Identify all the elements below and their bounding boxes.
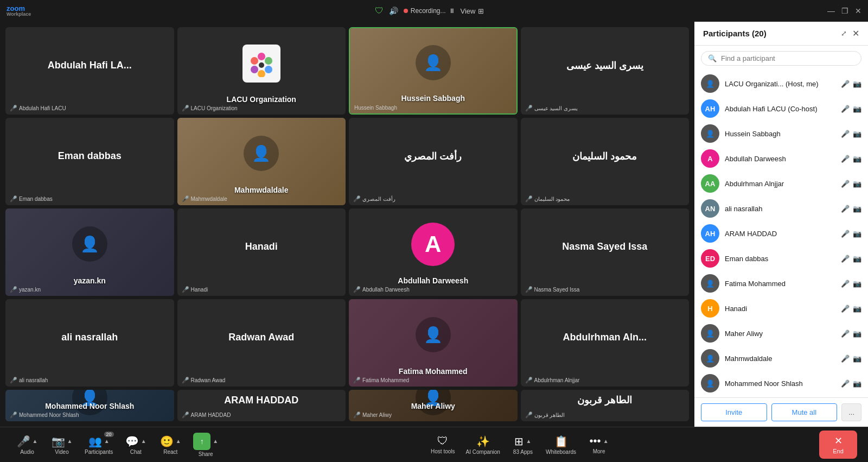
video-tile-t10[interactable]: Hanadi🎤Hanadi: [177, 208, 346, 296]
video-chevron[interactable]: ▲: [67, 438, 73, 444]
video-tile-t16[interactable]: Abdulrhman Aln...🎤Abdulrhman Alnjjar: [521, 299, 690, 387]
react-button[interactable]: 🙂 ▲ React: [154, 433, 187, 457]
participant-item[interactable]: EDEman dabbas🎤📷: [694, 246, 868, 271]
chat-chevron[interactable]: ▲: [141, 438, 146, 444]
participants-button[interactable]: 👥 20 ▲ Participants: [80, 433, 117, 457]
tile-username-t13: 🎤ali nasrallah: [10, 377, 48, 384]
participant-item[interactable]: AAbdullah Darweesh🎤📷: [694, 146, 868, 171]
video-tile-t17[interactable]: 👤Mohammed Noor Shlash🎤Mohammed Noor Shla…: [5, 390, 174, 421]
participant-item[interactable]: 👤LACU Organizati... (Host, me)🎤📷: [694, 71, 868, 96]
view-button[interactable]: View ⊞: [461, 7, 484, 15]
participant-item[interactable]: AAAbdulrhman Alnjjar🎤📷: [694, 171, 868, 196]
tile-name-t2: LACU Organization: [227, 95, 296, 104]
participant-avatar: AN: [701, 199, 719, 218]
apps-button[interactable]: ⊞ ▲ 83 Apps: [507, 433, 539, 457]
more-icon-wrap: ••• ▲: [590, 435, 609, 447]
react-chevron[interactable]: ▲: [176, 438, 181, 444]
participant-avatar: 👤: [701, 374, 719, 393]
participant-name: ali nasrallah: [725, 205, 835, 213]
invite-button[interactable]: Invite: [701, 403, 767, 421]
video-tile-t11[interactable]: AAbdullah Darweesh🎤Abdullah Darweesh: [349, 208, 518, 296]
video-tile-t18[interactable]: ARAM HADDAD🎤ARAM HADDAD: [177, 390, 346, 421]
participant-name: ARAM HADDAD: [725, 230, 835, 238]
apps-label: 83 Apps: [513, 449, 533, 455]
titlebar: zoom Workplace 🛡 🔊 Recording... ⏸ View ⊞…: [0, 0, 868, 22]
audio-icon-wrap: 🎤 ▲: [17, 435, 38, 448]
video-tile-t6[interactable]: 👤Mahmwdaldale🎤Mahmwdaldale: [177, 118, 346, 205]
video-tile-t12[interactable]: Nasma Sayed Issa🎤Nasma Sayed Issa: [521, 208, 690, 296]
participant-item[interactable]: AHAbdulah Hafi LACU (Co-host)🎤📷: [694, 96, 868, 121]
participant-item[interactable]: 👤Mahmwdaldale🎤📷: [694, 346, 868, 371]
more-button[interactable]: ••• ▲ More: [583, 433, 615, 457]
participant-item[interactable]: 👤Mohammed Noor Shlash🎤📷: [694, 371, 868, 396]
tile-username-t12: 🎤Nasma Sayed Issa: [525, 286, 580, 293]
video-tile-t5[interactable]: Eman dabbas🎤Eman dabbas: [5, 118, 174, 205]
video-tile-t1[interactable]: Abdulah Hafi LA...🎤Abdulah Hafi LACU: [5, 27, 174, 115]
participants-chevron[interactable]: ▲: [104, 438, 110, 444]
ai-icon: ✨: [476, 435, 490, 448]
video-tile-t15[interactable]: 👤Fatima Mohammed🎤Fatima Mohammed: [349, 299, 518, 387]
host-tools-label: Host tools: [431, 448, 455, 454]
participants-list: 👤LACU Organizati... (Host, me)🎤📷AHAbdula…: [694, 71, 868, 397]
video-button[interactable]: 📷 ▲ Video: [46, 433, 78, 457]
video-tile-t7[interactable]: رأفت المصري🎤رأفت المصري: [349, 118, 518, 205]
mute-icon: 🎤: [841, 255, 850, 263]
video-icon-wrap: 📷 ▲: [52, 435, 73, 448]
whiteboards-icon-wrap: 📋: [554, 435, 568, 448]
whiteboard-icon: 📋: [554, 435, 568, 448]
ai-companion-button[interactable]: ✨ AI Companion: [462, 433, 505, 457]
camera-icon: 📷: [853, 305, 861, 313]
participant-item[interactable]: 👤Fatima Mohammed🎤📷: [694, 271, 868, 296]
participant-item[interactable]: AHARAM HADDAD🎤📷: [694, 221, 868, 246]
video-tile-t4[interactable]: يسرى السيد عيسى🎤يسرى السيد عيسى: [521, 27, 690, 115]
mic-muted-icon: 🎤: [17, 435, 30, 448]
video-tile-t13[interactable]: ali nasrallah🎤ali nasrallah: [5, 299, 174, 387]
participant-icons: 🎤📷: [841, 230, 861, 238]
video-tile-t9[interactable]: 👤yazan.kn🎤yazan.kn: [5, 208, 174, 296]
mute-icon: 🎤: [841, 105, 850, 113]
participant-avatar: 👤: [701, 124, 719, 143]
participant-item[interactable]: 👤Hussein Sabbagh🎤📷: [694, 121, 868, 146]
popout-icon[interactable]: ⤢: [841, 29, 847, 37]
participant-icons: 🎤📷: [841, 105, 861, 113]
more-options-button[interactable]: ...: [841, 403, 861, 421]
host-tools-icon-wrap: 🛡: [437, 435, 448, 447]
video-tile-t19[interactable]: 👤Maher Aliwy🎤Maher Aliwy: [349, 390, 518, 421]
maximize-button[interactable]: ❐: [841, 7, 848, 15]
video-tile-t3[interactable]: 👤Hussein SabbaghHussein Sabbagh: [349, 27, 518, 115]
mute-icon: 🎤: [841, 355, 850, 363]
participant-item[interactable]: ANali nasrallah🎤📷: [694, 196, 868, 221]
audio-chevron[interactable]: ▲: [33, 438, 38, 444]
tile-username-t11: 🎤Abdullah Darweesh: [353, 286, 410, 293]
camera-icon: 📷: [853, 379, 861, 388]
tile-username-t15: 🎤Fatima Mohammed: [353, 377, 409, 384]
share-chevron[interactable]: ▲: [213, 438, 218, 444]
host-tools-button[interactable]: 🛡 Host tools: [426, 433, 459, 457]
mute-all-button[interactable]: Mute all: [771, 403, 838, 421]
chat-button[interactable]: 💬 ▲ Chat: [119, 433, 152, 457]
more-label: More: [593, 448, 605, 454]
ai-companion-label: AI Companion: [466, 449, 500, 455]
participant-item[interactable]: HHanadi🎤📷: [694, 296, 868, 321]
audio-button[interactable]: 🎤 ▲ Audio: [11, 433, 43, 457]
video-tile-t20[interactable]: الطاهر قربون🎤الطاهر قربون: [521, 390, 690, 421]
search-input[interactable]: [721, 54, 854, 62]
minimize-button[interactable]: —: [827, 7, 835, 15]
participant-avatar: ED: [701, 249, 719, 268]
close-button[interactable]: ✕: [855, 7, 861, 15]
participant-name: Mahmwdaldale: [725, 355, 835, 363]
apps-chevron[interactable]: ▲: [526, 438, 531, 444]
video-tile-t2[interactable]: LACU Organization🎤LACU Organization: [177, 27, 346, 115]
more-chevron[interactable]: ▲: [603, 438, 609, 444]
participant-name: Hanadi: [725, 305, 835, 313]
video-tile-t8[interactable]: محمود السليمان🎤محمود السليمان: [521, 118, 690, 205]
whiteboards-label: Whiteboards: [546, 449, 576, 455]
whiteboards-button[interactable]: 📋 Whiteboards: [541, 433, 580, 457]
participant-item[interactable]: 👤Maher Aliwy🎤📷: [694, 321, 868, 346]
share-button[interactable]: ↑ ▲ Share: [189, 431, 222, 459]
video-tile-t14[interactable]: Radwan Awad🎤Radwan Awad: [177, 299, 346, 387]
end-icon: ✕: [834, 435, 843, 447]
close-panel-button[interactable]: ✕: [852, 28, 859, 39]
pause-icon[interactable]: ⏸: [449, 7, 455, 15]
end-button[interactable]: ✕ End: [819, 431, 857, 459]
